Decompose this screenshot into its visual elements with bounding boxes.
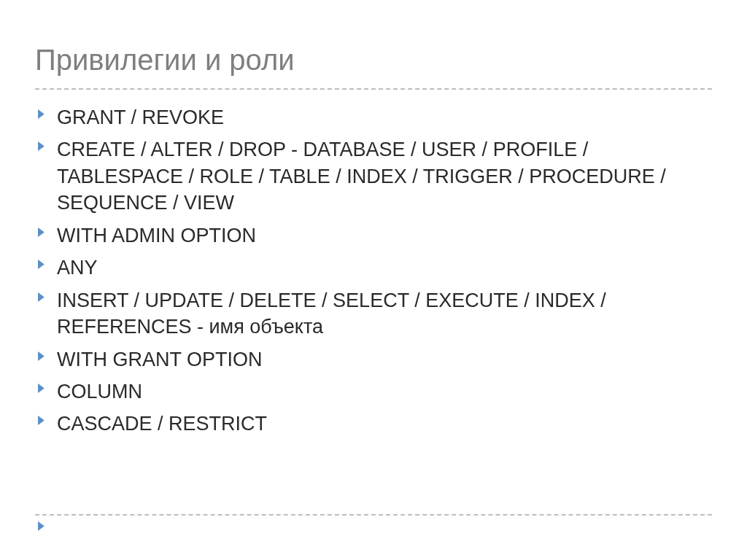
bullet-text: ANY: [53, 254, 98, 281]
bullet-text: WITH GRANT OPTION: [53, 346, 263, 373]
chevron-right-icon: [35, 521, 712, 531]
list-item: CASCADE / RESTRICT: [38, 411, 712, 437]
chevron-right-icon: [38, 141, 53, 151]
bullet-list: GRANT / REVOKE CREATE / ALTER / DROP - D…: [35, 104, 712, 443]
list-item: INSERT / UPDATE / DELETE / SELECT / EXEC…: [38, 287, 712, 341]
bullet-text: CREATE / ALTER / DROP - DATABASE / USER …: [53, 136, 712, 216]
bullet-text: CASCADE / RESTRICT: [53, 411, 267, 437]
bullet-text: INSERT / UPDATE / DELETE / SELECT / EXEC…: [53, 287, 712, 341]
bullet-text: GRANT / REVOKE: [53, 104, 224, 131]
list-item: GRANT / REVOKE: [38, 104, 712, 131]
bullet-text: WITH ADMIN OPTION: [53, 222, 256, 249]
slide-content: GRANT / REVOKE CREATE / ALTER / DROP - D…: [35, 104, 712, 531]
list-item: ANY: [38, 254, 712, 281]
title-divider: [35, 88, 712, 90]
chevron-right-icon: [38, 292, 53, 302]
slide-title: Привилегии и роли: [35, 44, 712, 84]
list-item: WITH GRANT OPTION: [38, 346, 712, 373]
list-item: COLUMN: [38, 378, 712, 405]
chevron-right-icon: [38, 416, 53, 425]
chevron-right-icon: [38, 109, 53, 119]
list-item: WITH ADMIN OPTION: [38, 222, 712, 249]
list-item: CREATE / ALTER / DROP - DATABASE / USER …: [38, 136, 712, 216]
chevron-right-icon: [38, 260, 53, 269]
chevron-right-icon: [38, 228, 53, 237]
chevron-right-icon: [38, 351, 53, 361]
footer-divider: [35, 514, 712, 516]
slide: Привилегии и роли GRANT / REVOKE CREATE …: [0, 0, 747, 560]
bullet-text: COLUMN: [53, 378, 142, 405]
chevron-right-icon: [38, 384, 53, 393]
